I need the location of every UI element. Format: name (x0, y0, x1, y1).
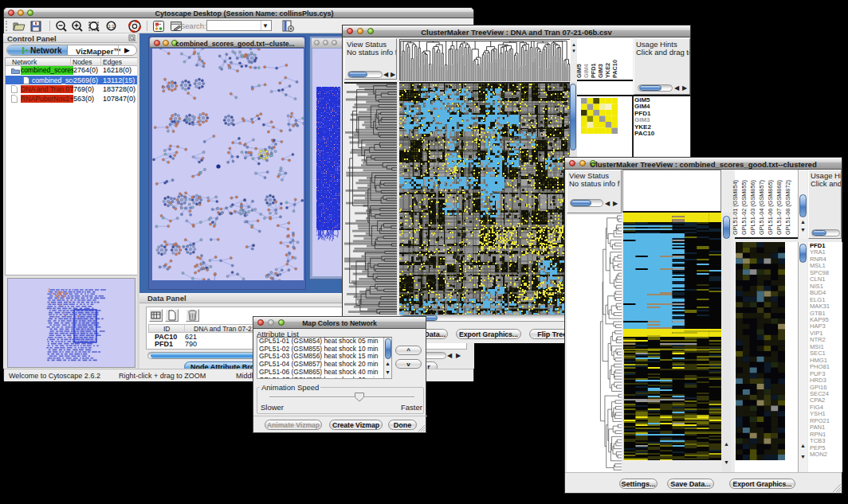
svg-text:1:1: 1:1 (108, 24, 115, 29)
